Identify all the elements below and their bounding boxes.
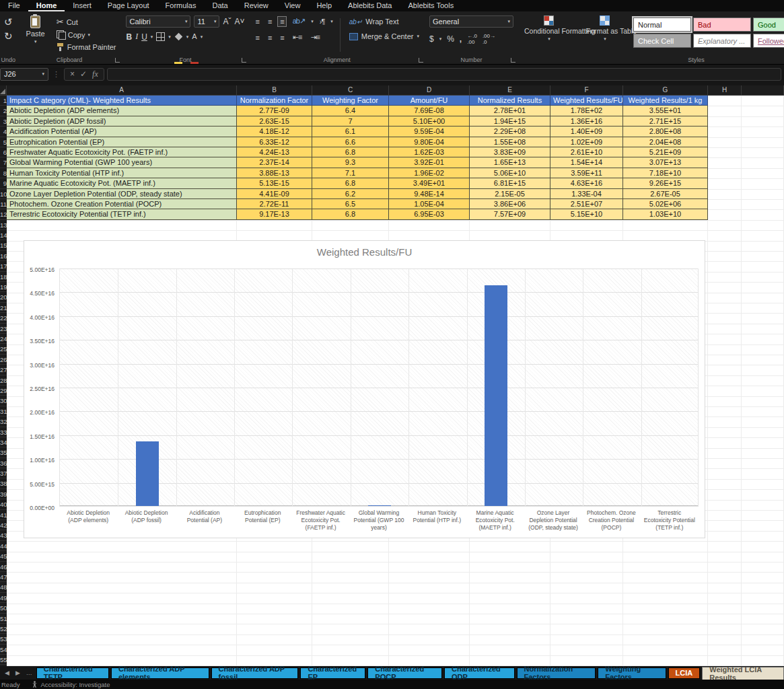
sheet-tab-characterized-pocp[interactable]: Characterized POCP [367, 667, 442, 679]
align-center-icon[interactable]: ≡ [265, 32, 274, 43]
alignment-dialog-launcher[interactable] [419, 58, 423, 63]
row-header-29[interactable]: 29 [0, 386, 7, 396]
table-cell[interactable]: 9.17E-13 [237, 209, 312, 219]
align-top-icon[interactable]: ≡ [252, 16, 261, 27]
row-header-25[interactable]: 25 [0, 344, 7, 354]
table-cell[interactable]: 2.04E+08 [623, 137, 708, 147]
table-cell[interactable]: 2.51E+07 [550, 199, 623, 209]
row-header-2[interactable]: 2 [0, 106, 7, 116]
table-row[interactable]: Photochem. Ozone Creation Potential (POC… [7, 199, 708, 209]
align-bottom-icon[interactable]: ≡ [277, 16, 286, 27]
cell-style-bad[interactable]: Bad [693, 17, 751, 32]
sheet-tab-weighted-lcia-results[interactable]: Weighted LCIA Results [702, 667, 784, 680]
redo-icon[interactable]: ↻ [4, 31, 13, 41]
format-painter-button[interactable]: Format Painter [55, 42, 118, 52]
table-cell[interactable]: 9.3 [312, 157, 389, 168]
column-header-d[interactable]: D [389, 85, 470, 95]
table-cell[interactable]: 6.6 [312, 137, 389, 147]
table-cell[interactable]: Photochem. Ozone Creation Potential (POC… [7, 199, 237, 209]
font-color-button[interactable]: A [192, 33, 197, 40]
table-cell[interactable]: 6.95E-03 [389, 209, 470, 219]
font-family-select[interactable]: Calibri ▾ [126, 15, 190, 28]
table-cell[interactable]: 7.69E-08 [389, 106, 470, 116]
number-format-select[interactable]: General ▾ [429, 15, 513, 28]
table-cell[interactable]: 2.72E-11 [237, 199, 312, 209]
merge-center-button[interactable]: Merge & Center ▾ [347, 32, 421, 41]
chevron-down-icon[interactable]: ▾ [201, 34, 203, 40]
fill-color-button[interactable] [174, 32, 183, 41]
row-header-42[interactable]: 42 [0, 520, 7, 530]
cell-style-good[interactable]: Good [753, 17, 784, 32]
table-cell[interactable]: 1.94E+15 [470, 116, 550, 126]
menu-tab-ablebits-tools[interactable]: Ablebits Tools [400, 0, 462, 11]
number-dialog-launcher[interactable] [511, 58, 515, 63]
row-header-49[interactable]: 49 [0, 593, 7, 603]
row-header-52[interactable]: 52 [0, 624, 7, 634]
row-header-51[interactable]: 51 [0, 614, 7, 624]
table-cell[interactable]: Eutrophication Potential (EP) [7, 137, 237, 147]
row-header-53[interactable]: 53 [0, 634, 7, 644]
row-header-35[interactable]: 35 [0, 447, 7, 458]
table-cell[interactable]: 1.03E+10 [623, 209, 708, 219]
row-header-13[interactable]: 13 [0, 220, 7, 230]
table-cell[interactable]: 1.02E+09 [550, 137, 623, 147]
table-cell[interactable]: 6.4 [312, 106, 389, 116]
table-cell[interactable]: 9.26E+15 [623, 178, 708, 188]
row-header-11[interactable]: 11 [0, 199, 7, 209]
row-header-12[interactable]: 12 [0, 209, 7, 219]
decrease-decimal-icon[interactable]: .00→.0 [483, 33, 495, 45]
sheet-tab-characterized-odp[interactable]: Characterized ODP [444, 667, 515, 679]
row-header-40[interactable]: 40 [0, 499, 7, 509]
table-cell[interactable]: 2.37E-14 [237, 157, 312, 168]
decrease-indent-icon[interactable]: ⇤≡ [290, 32, 305, 43]
table-cell[interactable]: 5.15E+10 [550, 209, 623, 219]
table-cell[interactable]: 6.8 [312, 147, 389, 157]
table-cell[interactable]: 3.59E+11 [550, 168, 623, 178]
increase-font-icon[interactable]: Aˇ [223, 17, 231, 26]
row-header-55[interactable]: 55 [0, 655, 7, 665]
table-cell[interactable]: 2.63E-15 [237, 116, 312, 126]
table-cell[interactable]: 5.02E+06 [623, 199, 708, 209]
menu-tab-review[interactable]: Review [236, 0, 277, 11]
row-header-43[interactable]: 43 [0, 530, 7, 540]
align-right-icon[interactable]: ≡ [277, 32, 286, 43]
sheet-tab-normalization-factors[interactable]: Normalization Factors [517, 667, 596, 679]
table-cell[interactable]: 9.80E-04 [389, 137, 470, 147]
table-cell[interactable]: Human Toxicity Potential (HTP inf.) [7, 168, 237, 178]
table-cell[interactable]: 1.36E+16 [550, 116, 623, 126]
row-header-26[interactable]: 26 [0, 355, 7, 365]
table-cell[interactable]: Acidification Potential (AP) [7, 126, 237, 137]
column-header-g[interactable]: G [623, 85, 708, 95]
row-header-28[interactable]: 28 [0, 375, 7, 386]
column-header-c[interactable]: C [312, 85, 389, 95]
percent-icon[interactable]: % [447, 34, 454, 44]
align-left-icon[interactable]: ≡ [252, 32, 261, 43]
sheet-tab-characterized-ep[interactable]: Characterized EP [300, 667, 365, 679]
clipboard-dialog-launcher[interactable] [115, 58, 120, 63]
formula-input[interactable] [107, 68, 781, 81]
menu-tab-formulas[interactable]: Formulas [157, 0, 205, 11]
table-cell[interactable]: 1.54E+14 [550, 157, 623, 168]
row-header-54[interactable]: 54 [0, 645, 7, 655]
column-header-h[interactable]: H [708, 85, 742, 95]
table-cell[interactable]: 6.5 [312, 199, 389, 209]
table-cell[interactable]: 7.18E+10 [623, 168, 708, 178]
row-header-15[interactable]: 15 [0, 240, 7, 250]
table-cell[interactable]: 1.78E+02 [550, 106, 623, 116]
menu-tab-data[interactable]: Data [204, 0, 236, 11]
table-cell[interactable]: 2.61E+10 [550, 147, 623, 157]
tabs-more-icon[interactable]: … [24, 669, 34, 676]
table-cell[interactable]: 6.8 [312, 178, 389, 188]
table-cell[interactable]: Global Warming Potential (GWP 100 years) [7, 157, 237, 168]
chevron-down-icon[interactable]: ▾ [330, 19, 333, 24]
table-cell[interactable]: 5.10E+00 [389, 116, 470, 126]
sheet-tab-characterized-adp-fossil[interactable]: Characterized ADP fossil [211, 667, 299, 679]
table-cell[interactable]: 1.65E+13 [470, 157, 550, 168]
insert-function-icon[interactable]: fx [92, 69, 98, 79]
chevron-down-icon[interactable]: ▾ [168, 34, 171, 40]
row-header-27[interactable]: 27 [0, 365, 7, 375]
row-header-21[interactable]: 21 [0, 303, 7, 313]
table-row[interactable]: Terrestric Ecotoxicity Potential (TETP i… [7, 209, 708, 219]
row-header-50[interactable]: 50 [0, 603, 7, 613]
table-cell[interactable]: 3.07E+13 [623, 157, 708, 168]
